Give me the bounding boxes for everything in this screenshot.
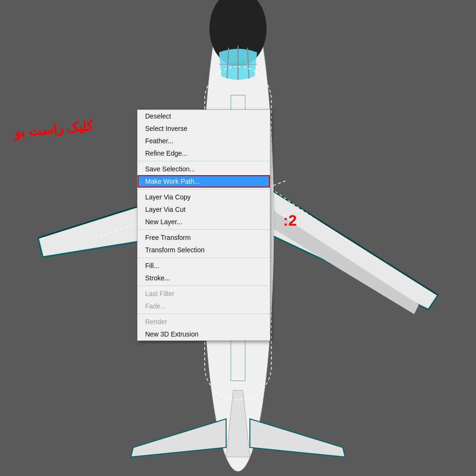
menu-divider-divider6: [138, 314, 270, 314]
menu-item-save-selection[interactable]: Save Selection...: [138, 163, 270, 175]
menu-item-refine-edge[interactable]: Refine Edge...: [138, 147, 270, 159]
menu-item-fill[interactable]: Fill...: [138, 259, 270, 272]
menu-divider-divider1: [138, 161, 270, 161]
context-menu: DeselectSelect InverseFeather...Refine E…: [137, 109, 270, 341]
menu-item-stroke[interactable]: Stroke...: [138, 272, 270, 284]
menu-item-free-transform[interactable]: Free Transform: [138, 231, 270, 244]
menu-item-select-inverse[interactable]: Select Inverse: [138, 122, 270, 135]
menu-divider-divider2: [138, 189, 270, 189]
menu-item-layer-via-copy[interactable]: Layer Via Copy: [138, 191, 270, 203]
menu-item-fade: Fade...: [138, 300, 270, 312]
menu-divider-divider4: [138, 258, 270, 258]
menu-item-last-filter: Last Filter: [138, 288, 270, 300]
menu-divider-divider3: [138, 229, 270, 230]
menu-item-deselect[interactable]: Deselect: [138, 110, 270, 122]
menu-item-transform-selection[interactable]: Transform Selection: [138, 244, 270, 256]
step2-annotation: :2: [283, 212, 297, 229]
menu-divider-divider5: [138, 286, 270, 286]
menu-item-render: Render: [138, 316, 270, 328]
menu-item-new-3d-extrusion[interactable]: New 3D Extrusion: [138, 328, 270, 340]
menu-item-layer-via-cut[interactable]: Layer Via Cut: [138, 203, 270, 216]
menu-item-make-work-path[interactable]: Make Work Path...: [138, 175, 270, 188]
menu-item-new-layer[interactable]: New Layer...: [138, 216, 270, 228]
menu-item-feather[interactable]: Feather...: [138, 135, 270, 147]
